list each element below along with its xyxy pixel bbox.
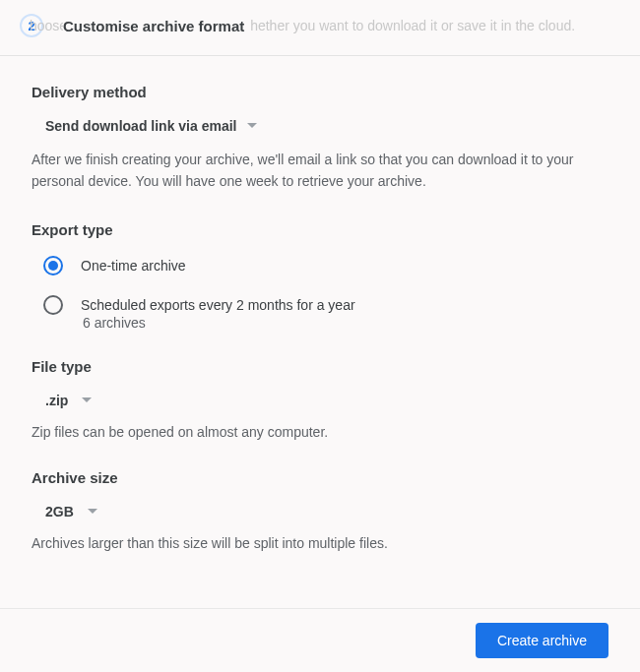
file-type-helper: Zip files can be opened on almost any co…	[32, 422, 608, 444]
export-type-radio-group: One-time archive Scheduled exports every…	[43, 256, 608, 331]
export-type-scheduled-sub: 6 archives	[83, 315, 608, 331]
radio-icon	[43, 256, 63, 275]
archive-size-title: Archive size	[32, 469, 608, 486]
dropdown-caret-icon	[88, 509, 97, 515]
delivery-method-helper: After we finish creating your archive, w…	[32, 150, 608, 192]
export-type-title: Export type	[32, 221, 608, 238]
dropdown-caret-icon	[247, 123, 257, 129]
delivery-method-selected: Send download link via email	[45, 118, 237, 134]
radio-label: One-time archive	[81, 258, 186, 274]
file-type-dropdown[interactable]: .zip	[45, 393, 92, 408]
create-archive-button[interactable]: Create archive	[476, 623, 608, 658]
dropdown-caret-icon	[82, 397, 92, 403]
file-type-selected: .zip	[45, 393, 68, 408]
radio-icon	[43, 295, 63, 315]
radio-label: Scheduled exports every 2 months for a y…	[81, 297, 355, 313]
archive-size-helper: Archives larger than this size will be s…	[32, 533, 608, 555]
export-type-option-onetime[interactable]: One-time archive	[43, 256, 608, 275]
footer-bar: Create archive	[0, 608, 640, 672]
delivery-method-title: Delivery method	[32, 84, 608, 100]
step-header: hoose the file type, frequency and wheth…	[0, 0, 640, 56]
export-type-option-scheduled[interactable]: Scheduled exports every 2 months for a y…	[43, 295, 608, 315]
file-type-title: File type	[32, 358, 608, 375]
content-area: Delivery method Send download link via e…	[0, 56, 640, 582]
archive-size-selected: 2GB	[45, 504, 74, 519]
page-title: Customise archive format	[63, 18, 250, 34]
archive-size-dropdown[interactable]: 2GB	[45, 504, 97, 519]
delivery-method-dropdown[interactable]: Send download link via email	[45, 118, 257, 134]
